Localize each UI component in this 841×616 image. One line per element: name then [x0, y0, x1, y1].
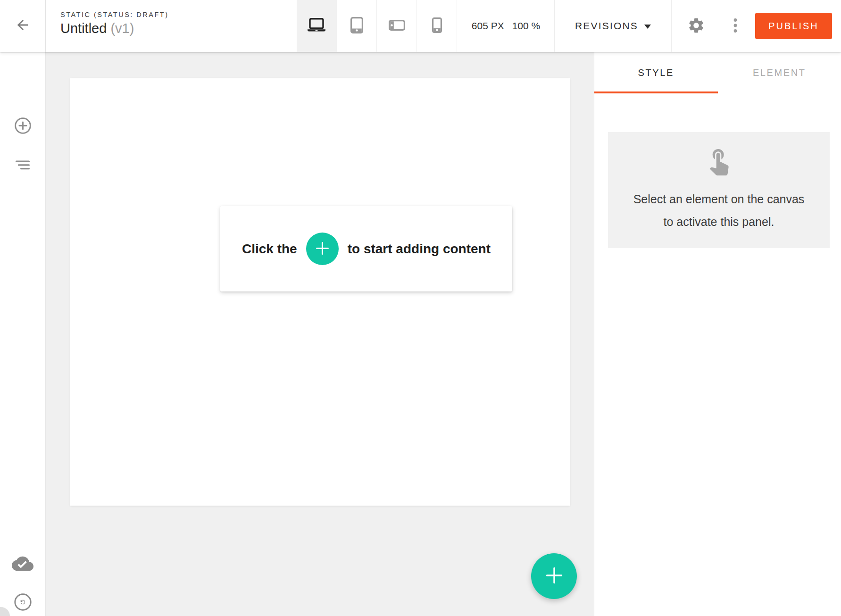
document-version: (v1): [110, 21, 134, 36]
revisions-dropdown[interactable]: REVISIONS: [555, 0, 672, 52]
plus-icon: [543, 565, 565, 588]
device-tab-tablet-landscape[interactable]: [377, 0, 417, 52]
device-preview-switcher: [297, 0, 457, 52]
settings-button[interactable]: [683, 13, 709, 39]
canvas-page[interactable]: [70, 78, 570, 506]
outline-list-icon: [15, 160, 30, 171]
mobile-icon: [432, 17, 442, 35]
undo-button[interactable]: [12, 592, 33, 613]
canvas-dimensions-indicator: 605 PX 100 %: [458, 0, 555, 52]
publish-button[interactable]: PUBLISH: [755, 13, 832, 39]
more-options-button[interactable]: [722, 13, 749, 39]
device-tab-tablet-portrait[interactable]: [337, 0, 377, 52]
plus-icon: [315, 241, 330, 258]
document-title-block: STATIC (STATUS: DRAFT) Untitled (v1): [60, 11, 169, 36]
kebab-menu-icon: [733, 18, 737, 34]
canvas-workspace: Click the to start adding content: [46, 52, 594, 616]
add-content-fab[interactable]: [531, 553, 577, 599]
hint-text-before: Click the: [242, 241, 297, 257]
device-tab-desktop[interactable]: [297, 0, 337, 52]
inline-add-content-button[interactable]: [306, 233, 339, 265]
tab-style[interactable]: STYLE: [594, 52, 718, 93]
panel-empty-message: Select an element on the canvas to activ…: [608, 188, 830, 233]
page-outline-button[interactable]: [12, 155, 33, 176]
panel-empty-state: Select an element on the canvas to activ…: [608, 132, 830, 248]
properties-panel: STYLE ELEMENT Select an element on the c…: [594, 52, 841, 616]
device-tab-mobile[interactable]: [417, 0, 457, 52]
empty-canvas-hint-card: Click the to start adding content: [220, 206, 512, 291]
chevron-down-icon: [644, 25, 651, 29]
tab-element[interactable]: ELEMENT: [718, 52, 841, 93]
tablet-portrait-icon: [350, 17, 363, 35]
tablet-landscape-icon: [389, 20, 405, 33]
add-element-button[interactable]: [12, 116, 33, 137]
laptop-icon: [306, 18, 327, 34]
hint-text-after: to start adding content: [348, 241, 491, 257]
top-toolbar: STATIC (STATUS: DRAFT) Untitled (v1): [0, 0, 841, 52]
add-circle-icon: [14, 117, 32, 136]
left-tool-rail: [0, 52, 46, 616]
undo-icon: [14, 593, 32, 613]
zoom-level-value: 100 %: [512, 20, 541, 32]
gear-icon: [687, 17, 705, 36]
editor-root: STATIC (STATUS: DRAFT) Untitled (v1): [0, 0, 841, 616]
back-arrow-icon: [15, 17, 31, 35]
corner-widget-peek: [0, 607, 10, 616]
panel-tabs: STYLE ELEMENT: [594, 52, 841, 93]
document-status-label: STATIC (STATUS: DRAFT): [60, 11, 169, 18]
autosave-status: [12, 554, 33, 575]
revisions-label: REVISIONS: [575, 20, 638, 32]
touch-pointer-icon: [704, 169, 734, 177]
back-button[interactable]: [0, 0, 46, 52]
canvas-width-value: 605 PX: [472, 20, 504, 32]
cloud-check-icon: [12, 556, 33, 573]
document-title: Untitled (v1): [60, 21, 169, 36]
